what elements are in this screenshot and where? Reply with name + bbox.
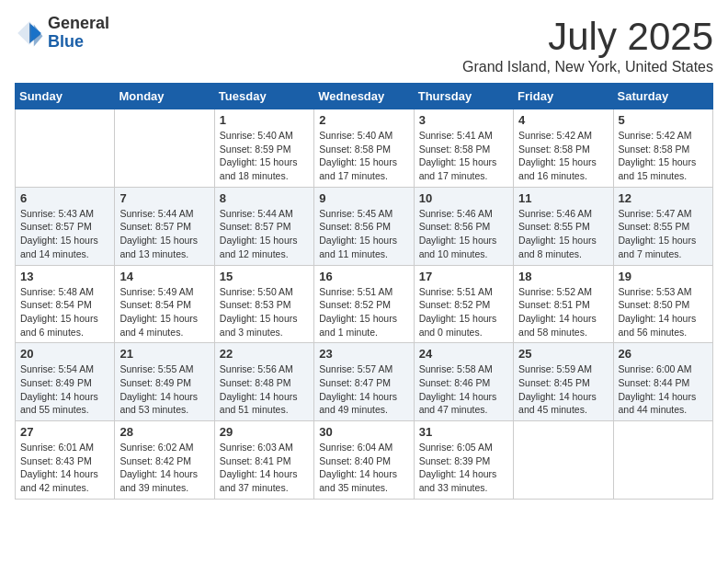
- day-number: 16: [319, 270, 408, 283]
- calendar-cell: 31Sunrise: 6:05 AMSunset: 8:39 PMDayligh…: [414, 421, 513, 500]
- logo-blue-text: Blue: [48, 33, 109, 52]
- day-number: 18: [518, 270, 608, 283]
- calendar-cell: 17Sunrise: 5:51 AMSunset: 8:52 PMDayligh…: [414, 265, 513, 343]
- day-info: Sunrise: 5:42 AMSunset: 8:58 PMDaylight:…: [619, 129, 708, 183]
- calendar-cell: 21Sunrise: 5:55 AMSunset: 8:49 PMDayligh…: [115, 343, 214, 421]
- day-info: Sunrise: 5:41 AMSunset: 8:58 PMDaylight:…: [419, 129, 508, 183]
- weekday-header-monday: Monday: [115, 84, 214, 109]
- day-info: Sunrise: 5:47 AMSunset: 8:55 PMDaylight:…: [619, 207, 708, 261]
- calendar-cell: 14Sunrise: 5:49 AMSunset: 8:54 PMDayligh…: [115, 265, 214, 343]
- calendar-cell: 28Sunrise: 6:02 AMSunset: 8:42 PMDayligh…: [115, 421, 214, 500]
- calendar-cell: 23Sunrise: 5:57 AMSunset: 8:47 PMDayligh…: [314, 343, 414, 421]
- day-number: 1: [220, 113, 309, 127]
- calendar-week-row: 20Sunrise: 5:54 AMSunset: 8:49 PMDayligh…: [16, 343, 713, 421]
- day-number: 12: [619, 191, 708, 205]
- day-number: 9: [319, 191, 408, 205]
- calendar-cell: 15Sunrise: 5:50 AMSunset: 8:53 PMDayligh…: [214, 265, 313, 343]
- calendar-cell: 22Sunrise: 5:56 AMSunset: 8:48 PMDayligh…: [214, 343, 313, 421]
- calendar-header: General Blue July 2025 Grand Island, New…: [15, 15, 713, 75]
- logo-text: General Blue: [48, 15, 109, 52]
- calendar-cell: 4Sunrise: 5:42 AMSunset: 8:58 PMDaylight…: [514, 109, 613, 188]
- location-text: Grand Island, New York, United States: [462, 59, 713, 75]
- calendar-cell: 12Sunrise: 5:47 AMSunset: 8:55 PMDayligh…: [613, 187, 712, 265]
- day-number: 24: [419, 347, 508, 361]
- day-info: Sunrise: 5:58 AMSunset: 8:46 PMDaylight:…: [419, 362, 508, 417]
- day-number: 7: [119, 191, 209, 205]
- day-info: Sunrise: 5:51 AMSunset: 8:52 PMDaylight:…: [419, 285, 508, 339]
- day-number: 31: [419, 425, 508, 439]
- day-info: Sunrise: 5:54 AMSunset: 8:49 PMDaylight:…: [20, 362, 109, 417]
- day-info: Sunrise: 5:46 AMSunset: 8:56 PMDaylight:…: [419, 207, 508, 261]
- calendar-week-row: 1Sunrise: 5:40 AMSunset: 8:59 PMDaylight…: [16, 109, 713, 188]
- day-info: Sunrise: 5:44 AMSunset: 8:57 PMDaylight:…: [220, 207, 309, 261]
- day-info: Sunrise: 6:03 AMSunset: 8:41 PMDaylight:…: [220, 441, 309, 495]
- day-info: Sunrise: 5:56 AMSunset: 8:48 PMDaylight:…: [220, 362, 309, 417]
- calendar-week-row: 27Sunrise: 6:01 AMSunset: 8:43 PMDayligh…: [16, 421, 713, 500]
- day-info: Sunrise: 5:49 AMSunset: 8:54 PMDaylight:…: [119, 285, 209, 339]
- day-number: 25: [518, 347, 608, 361]
- day-number: 19: [619, 270, 708, 283]
- day-number: 27: [20, 425, 109, 439]
- day-info: Sunrise: 5:40 AMSunset: 8:59 PMDaylight:…: [220, 129, 309, 183]
- calendar-cell: 3Sunrise: 5:41 AMSunset: 8:58 PMDaylight…: [414, 109, 513, 188]
- day-info: Sunrise: 5:46 AMSunset: 8:55 PMDaylight:…: [518, 207, 608, 261]
- day-number: 2: [319, 113, 408, 127]
- calendar-cell: 26Sunrise: 6:00 AMSunset: 8:44 PMDayligh…: [613, 343, 712, 421]
- calendar-cell: [514, 421, 613, 500]
- calendar-cell: 8Sunrise: 5:44 AMSunset: 8:57 PMDaylight…: [214, 187, 313, 265]
- day-number: 20: [20, 347, 109, 361]
- day-info: Sunrise: 6:05 AMSunset: 8:39 PMDaylight:…: [419, 441, 508, 495]
- day-number: 5: [619, 113, 708, 127]
- calendar-cell: 2Sunrise: 5:40 AMSunset: 8:58 PMDaylight…: [314, 109, 414, 188]
- day-number: 29: [220, 425, 309, 439]
- day-number: 22: [220, 347, 309, 361]
- day-info: Sunrise: 6:00 AMSunset: 8:44 PMDaylight:…: [619, 362, 708, 417]
- calendar-week-row: 13Sunrise: 5:48 AMSunset: 8:54 PMDayligh…: [16, 265, 713, 343]
- calendar-cell: 18Sunrise: 5:52 AMSunset: 8:51 PMDayligh…: [514, 265, 613, 343]
- day-number: 4: [518, 113, 608, 127]
- day-info: Sunrise: 5:51 AMSunset: 8:52 PMDaylight:…: [319, 285, 408, 339]
- month-title: July 2025: [462, 15, 713, 59]
- weekday-header-row: SundayMondayTuesdayWednesdayThursdayFrid…: [16, 84, 713, 109]
- day-info: Sunrise: 5:48 AMSunset: 8:54 PMDaylight:…: [20, 285, 109, 339]
- calendar-cell: 11Sunrise: 5:46 AMSunset: 8:55 PMDayligh…: [514, 187, 613, 265]
- day-info: Sunrise: 5:42 AMSunset: 8:58 PMDaylight:…: [518, 129, 608, 183]
- calendar-cell: 20Sunrise: 5:54 AMSunset: 8:49 PMDayligh…: [16, 343, 115, 421]
- calendar-cell: [115, 109, 214, 188]
- day-info: Sunrise: 5:52 AMSunset: 8:51 PMDaylight:…: [518, 285, 608, 339]
- day-info: Sunrise: 6:04 AMSunset: 8:40 PMDaylight:…: [319, 441, 408, 495]
- day-info: Sunrise: 5:57 AMSunset: 8:47 PMDaylight:…: [319, 362, 408, 417]
- day-info: Sunrise: 5:43 AMSunset: 8:57 PMDaylight:…: [20, 207, 109, 261]
- day-info: Sunrise: 6:01 AMSunset: 8:43 PMDaylight:…: [20, 441, 109, 495]
- day-number: 17: [419, 270, 508, 283]
- calendar-cell: 29Sunrise: 6:03 AMSunset: 8:41 PMDayligh…: [214, 421, 313, 500]
- day-number: 21: [119, 347, 209, 361]
- day-info: Sunrise: 5:44 AMSunset: 8:57 PMDaylight:…: [119, 207, 209, 261]
- day-number: 3: [419, 113, 508, 127]
- weekday-header-thursday: Thursday: [414, 84, 513, 109]
- day-number: 10: [419, 191, 508, 205]
- day-info: Sunrise: 6:02 AMSunset: 8:42 PMDaylight:…: [119, 441, 209, 495]
- logo-icon: [15, 18, 44, 48]
- day-number: 14: [119, 270, 209, 283]
- day-number: 28: [119, 425, 209, 439]
- day-info: Sunrise: 5:50 AMSunset: 8:53 PMDaylight:…: [220, 285, 309, 339]
- logo-general-text: General: [48, 15, 109, 33]
- calendar-cell: 13Sunrise: 5:48 AMSunset: 8:54 PMDayligh…: [16, 265, 115, 343]
- day-number: 6: [20, 191, 109, 205]
- calendar-cell: [613, 421, 712, 500]
- calendar-cell: 6Sunrise: 5:43 AMSunset: 8:57 PMDaylight…: [16, 187, 115, 265]
- day-info: Sunrise: 5:55 AMSunset: 8:49 PMDaylight:…: [119, 362, 209, 417]
- day-number: 15: [220, 270, 309, 283]
- day-info: Sunrise: 5:59 AMSunset: 8:45 PMDaylight:…: [518, 362, 608, 417]
- calendar-cell: 27Sunrise: 6:01 AMSunset: 8:43 PMDayligh…: [16, 421, 115, 500]
- day-info: Sunrise: 5:45 AMSunset: 8:56 PMDaylight:…: [319, 207, 408, 261]
- day-number: 23: [319, 347, 408, 361]
- calendar-cell: 10Sunrise: 5:46 AMSunset: 8:56 PMDayligh…: [414, 187, 513, 265]
- calendar-cell: 7Sunrise: 5:44 AMSunset: 8:57 PMDaylight…: [115, 187, 214, 265]
- weekday-header-saturday: Saturday: [613, 84, 712, 109]
- calendar-cell: 5Sunrise: 5:42 AMSunset: 8:58 PMDaylight…: [613, 109, 712, 188]
- calendar-cell: 16Sunrise: 5:51 AMSunset: 8:52 PMDayligh…: [314, 265, 414, 343]
- title-area: July 2025 Grand Island, New York, United…: [462, 15, 713, 75]
- calendar-cell: 25Sunrise: 5:59 AMSunset: 8:45 PMDayligh…: [514, 343, 613, 421]
